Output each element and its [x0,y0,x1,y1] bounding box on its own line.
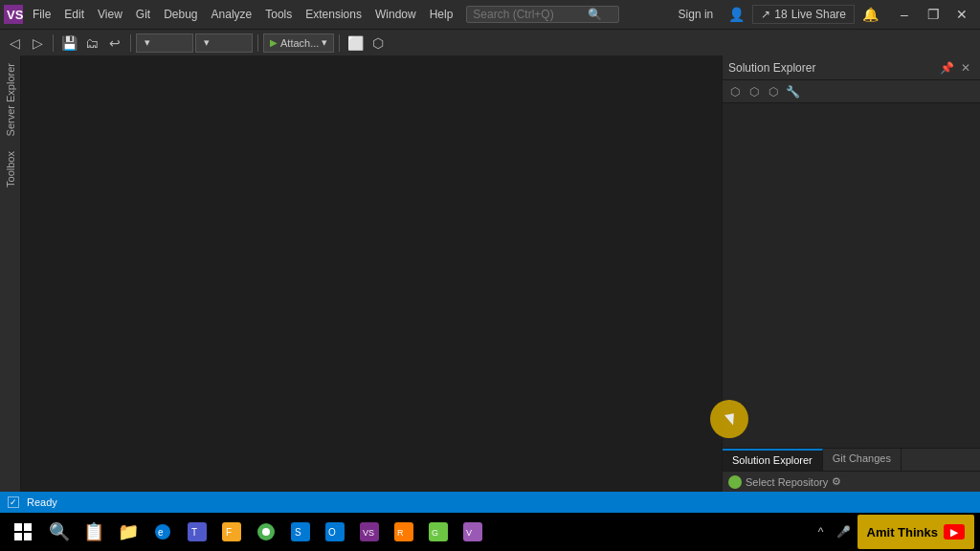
svg-text:O: O [328,527,336,538]
live-share-button[interactable]: ↗ 18 Live Share [752,5,855,24]
solution-explorer-title: Solution Explorer [728,61,938,75]
taskbar-taskview-icon[interactable]: 📋 [78,517,109,547]
close-button[interactable]: ✕ [947,0,976,29]
svg-text:F: F [226,527,232,538]
status-bar: ✓ Ready [0,492,980,513]
tray-mic-icon[interactable]: 🎤 [835,518,854,546]
svg-rect-4 [14,533,22,540]
search-input[interactable] [473,8,588,21]
search-icon: 🔍 [588,8,602,21]
windows-logo-icon [13,522,33,541]
menu-edit[interactable]: Edit [58,6,90,23]
sidebar-item-toolbox[interactable]: Toolbox [0,143,20,195]
cursor-arrow [724,413,736,427]
tab-solution-explorer[interactable]: Solution Explorer [723,449,823,471]
taskbar: 🔍 📋 📁 e T F S O [0,513,980,551]
toolbar-save-all-button[interactable]: 🗂 [81,33,102,54]
menu-tools[interactable]: Tools [259,6,298,23]
taskbar-store-icon[interactable]: S [285,517,316,547]
se-close-button[interactable]: ✕ [957,59,974,77]
taskbar-files-icon[interactable]: F [216,517,247,547]
toolbar-back-button[interactable]: ◁ [4,33,25,54]
sign-in-button[interactable]: Sign in [671,6,722,23]
toolbar-extra-btn-2[interactable]: ⬡ [368,33,389,54]
toolbar: ◁ ▷ 💾 🗂 ↩ ▾ ▾ ▶ Attach... ▾ ⬜ ⬡ [0,29,980,55]
menu-bar: File Edit View Git Debug Analyze Tools E… [27,6,458,23]
svg-text:T: T [191,527,197,538]
tab-git-changes[interactable]: Git Changes [823,449,902,471]
svg-text:R: R [397,528,404,538]
menu-git[interactable]: Git [130,6,156,23]
taskbar-explorer-icon[interactable]: 📁 [113,517,144,547]
profile-icon[interactable]: 👤 [728,7,745,22]
se-pin-button[interactable]: 📌 [938,59,955,77]
system-tray: ^ 🎤 [812,518,854,546]
amit-thinks-badge[interactable]: Amit Thinks ▶ [858,515,974,549]
solution-explorer-panel: Solution Explorer 📌 ✕ ⬡ ⬡ ⬡ 🔧 Solution E… [722,55,980,492]
sidebar-item-server-explorer[interactable]: Server Explorer [0,55,20,143]
menu-help[interactable]: Help [424,6,459,23]
menu-view[interactable]: View [92,6,128,23]
attach-dropdown-arrow: ▾ [322,36,327,49]
attach-button[interactable]: ▶ Attach... ▾ [263,33,334,53]
svg-text:S: S [295,527,301,538]
start-button[interactable] [6,515,40,549]
editor-area[interactable] [21,55,722,492]
toolbar-forward-button[interactable]: ▷ [27,33,48,54]
main-area: Server Explorer Toolbox Solution Explore… [0,55,980,492]
svg-text:V: V [466,528,472,538]
taskbar-vs2-icon[interactable]: V [457,517,488,547]
status-checkbox: ✓ [8,496,19,508]
tray-expand-icon[interactable]: ^ [812,518,831,546]
toolbar-separator-2 [130,34,131,52]
toolbar-extra-btn-1[interactable]: ⬜ [345,33,366,54]
svg-point-13 [262,528,270,536]
menu-analyze[interactable]: Analyze [206,6,258,23]
menu-file[interactable]: File [27,6,56,23]
minimize-button[interactable]: – [890,0,919,29]
config-dropdown[interactable]: ▾ [136,33,193,53]
solution-explorer-content [723,103,980,448]
title-bar-right: Sign in 👤 ↗ 18 Live Share 🔔 – ❐ ✕ [671,0,976,29]
se-toolbar-btn-3[interactable]: ⬡ [765,83,782,100]
taskbar-outlook-icon[interactable]: O [320,517,350,547]
svg-rect-5 [24,533,32,540]
se-toolbar-btn-2[interactable]: ⬡ [746,83,763,100]
se-footer-dot-icon [728,475,742,489]
svg-rect-3 [24,523,32,531]
svg-text:VS: VS [363,528,374,538]
live-share-label: Live Share [791,8,846,21]
menu-extensions[interactable]: Extensions [300,6,368,23]
menu-window[interactable]: Window [369,6,422,23]
platform-dropdown[interactable]: ▾ [195,33,253,53]
search-box[interactable]: 🔍 [466,6,619,23]
taskbar-search-icon[interactable]: 🔍 [44,517,75,547]
toolbar-separator-4 [339,34,340,52]
toolbar-undo-button[interactable]: ↩ [104,33,125,54]
left-sidebar: Server Explorer Toolbox [0,55,21,492]
taskbar-github-icon[interactable]: G [423,517,454,547]
platform-dropdown-arrow: ▾ [204,36,210,49]
taskbar-teams-icon[interactable]: T [182,517,212,547]
taskbar-chrome-icon[interactable] [251,517,281,547]
se-wrench-button[interactable]: 🔧 [784,83,801,100]
cursor-indicator [710,400,748,438]
restore-button[interactable]: ❐ [919,0,947,29]
config-dropdown-arrow: ▾ [145,36,150,49]
menu-debug[interactable]: Debug [158,6,203,23]
taskbar-right: ^ 🎤 Amit Thinks ▶ [812,515,974,549]
taskbar-resharper-icon[interactable]: R [389,517,419,547]
status-left: ✓ Ready [8,496,57,508]
toolbar-save-button[interactable]: 💾 [58,33,79,54]
status-ready: Ready [27,496,57,508]
taskbar-vs-icon[interactable]: VS [354,517,385,547]
solution-explorer-header: Solution Explorer 📌 ✕ [723,55,980,80]
se-footer-label[interactable]: Select Repository [746,476,828,488]
notification-icon[interactable]: 🔔 [862,7,879,22]
solution-explorer-header-controls: 📌 ✕ [938,59,974,77]
se-toolbar-btn-1[interactable]: ⬡ [726,83,744,100]
youtube-icon: ▶ [944,524,965,540]
taskbar-edge-icon[interactable]: e [147,517,178,547]
toolbar-separator-1 [53,34,54,52]
live-share-count: 18 [774,8,787,21]
